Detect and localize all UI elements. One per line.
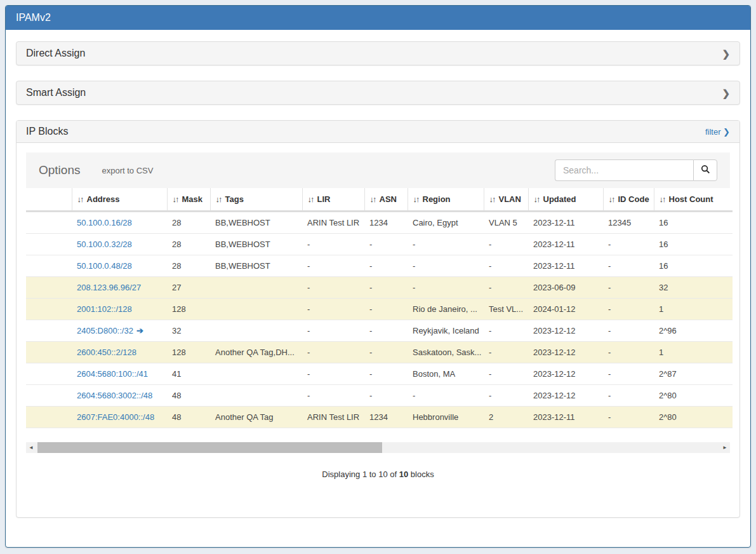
sort-icon: ↓↑ <box>609 194 614 204</box>
cell-id-code: - <box>603 277 654 299</box>
cell-region: Rio de Janeiro, ... <box>408 299 484 320</box>
column-label: Mask <box>182 194 203 204</box>
cell-asn: - <box>364 320 408 342</box>
ip-blocks-table: ↓↑Address↓↑Mask↓↑Tags↓↑LIR↓↑ASN↓↑Region↓… <box>26 188 733 428</box>
cell-address: 208.123.96.96/27 <box>72 277 167 299</box>
cell-updated: 2023-12-11 <box>528 407 603 428</box>
app-title: IPAMv2 <box>6 6 750 30</box>
direct-assign-panel[interactable]: Direct Assign ❯ <box>16 41 740 65</box>
column-header-empty <box>26 188 72 212</box>
sort-icon: ↓↑ <box>489 194 495 204</box>
address-link[interactable]: 50.100.0.48/28 <box>77 261 132 271</box>
cell-address: 50.100.0.32/28 <box>72 234 167 255</box>
cell-tags <box>210 363 302 385</box>
column-label: Host Count <box>669 194 713 204</box>
column-header-updated[interactable]: ↓↑Updated <box>528 188 603 212</box>
address-link[interactable]: 208.123.96.96/27 <box>77 283 141 292</box>
table-row: 2001:102::/128128--Rio de Janeiro, ...Te… <box>26 299 733 320</box>
sort-icon: ↓↑ <box>660 194 665 204</box>
filter-link[interactable]: filter ❯ <box>705 127 730 137</box>
column-label: ID Code <box>618 194 649 204</box>
sort-icon: ↓↑ <box>413 194 419 204</box>
table-row: 2600:450::2/128128Another QA Tag,DH...--… <box>26 342 733 363</box>
scrollbar-thumb[interactable] <box>37 442 382 453</box>
cell-asn: - <box>364 342 408 363</box>
cell-id-code: 12345 <box>603 212 654 234</box>
address-link[interactable]: 2405:D800::/32 <box>77 326 133 335</box>
smart-assign-label: Smart Assign <box>26 87 86 98</box>
cell-vlan: VLAN 5 <box>484 212 528 234</box>
cell-vlan: - <box>484 255 528 277</box>
column-header-vlan[interactable]: ↓↑VLAN <box>484 188 528 212</box>
address-link[interactable]: 2604:5680:3002::/48 <box>77 391 152 400</box>
search-button[interactable] <box>693 159 717 181</box>
cell-lir: - <box>302 342 364 363</box>
cell-lir: - <box>302 255 364 277</box>
address-link[interactable]: 2607:FAE0:4000::/48 <box>77 412 154 422</box>
cell-tags: BB,WEBHOST <box>210 212 302 234</box>
cell-asn: - <box>364 363 408 385</box>
cell-mask: 32 <box>167 320 210 342</box>
cell-indent <box>26 255 72 277</box>
smart-assign-panel[interactable]: Smart Assign ❯ <box>16 81 740 105</box>
cell-indent <box>26 385 72 407</box>
cell-updated: 2023-06-09 <box>528 277 603 299</box>
chevron-right-icon: ❯ <box>723 127 730 137</box>
cell-host-count: 16 <box>654 234 733 255</box>
column-header-lir[interactable]: ↓↑LIR <box>302 188 364 212</box>
sort-icon: ↓↑ <box>308 194 314 204</box>
cell-indent <box>26 320 72 342</box>
chevron-right-icon: ❯ <box>722 49 730 58</box>
table-header-row: ↓↑Address↓↑Mask↓↑Tags↓↑LIR↓↑ASN↓↑Region↓… <box>26 188 733 212</box>
cell-tags: Another QA Tag <box>210 407 302 428</box>
address-link[interactable]: 50.100.0.16/28 <box>77 218 132 227</box>
address-link[interactable]: 2001:102::/128 <box>77 304 132 314</box>
cell-region: - <box>408 234 484 255</box>
scroll-left-icon[interactable]: ◄ <box>26 442 36 453</box>
table-row: 2607:FAE0:4000::/4848Another QA TagARIN … <box>26 407 733 428</box>
cell-mask: 28 <box>167 234 210 255</box>
search-input[interactable] <box>555 159 693 181</box>
cell-id-code: - <box>603 320 654 342</box>
column-header-tags[interactable]: ↓↑Tags <box>210 188 302 212</box>
cell-address: 2600:450::2/128 <box>72 342 167 363</box>
address-link[interactable]: 2604:5680:100::/41 <box>77 369 148 379</box>
table-row: 50.100.0.48/2828BB,WEBHOST----2023-12-11… <box>26 255 733 277</box>
sort-icon: ↓↑ <box>77 194 83 204</box>
cell-updated: 2023-12-12 <box>528 363 603 385</box>
cell-host-count: 2^80 <box>654 407 733 428</box>
address-link[interactable]: 2600:450::2/128 <box>77 348 136 357</box>
cell-vlan: Test VL... <box>484 299 528 320</box>
cell-id-code: - <box>603 363 654 385</box>
cell-address: 50.100.0.48/28 <box>72 255 167 277</box>
cell-asn: - <box>364 385 408 407</box>
column-header-host-count[interactable]: ↓↑Host Count <box>654 188 733 212</box>
scroll-right-icon[interactable]: ► <box>720 442 730 453</box>
cell-indent <box>26 212 72 234</box>
cell-tags: BB,WEBHOST <box>210 234 302 255</box>
address-link[interactable]: 50.100.0.32/28 <box>77 240 132 249</box>
cell-region: Hebbronville <box>408 407 484 428</box>
column-header-mask[interactable]: ↓↑Mask <box>167 188 210 212</box>
column-header-address[interactable]: ↓↑Address <box>72 188 167 212</box>
column-header-region[interactable]: ↓↑Region <box>408 188 484 212</box>
cell-asn: 1234 <box>364 212 408 234</box>
options-title: Options <box>39 163 80 177</box>
export-csv-link[interactable]: export to CSV <box>102 166 153 175</box>
cell-updated: 2023-12-11 <box>528 212 603 234</box>
cell-lir: ARIN Test LIR <box>302 407 364 428</box>
cell-vlan: - <box>484 342 528 363</box>
column-label: Region <box>423 194 451 204</box>
cell-address: 50.100.0.16/28 <box>72 212 167 234</box>
cell-indent <box>26 234 72 255</box>
cell-mask: 48 <box>167 385 210 407</box>
cell-tags: Another QA Tag,DH... <box>210 342 302 363</box>
cell-host-count: 2^96 <box>654 320 733 342</box>
horizontal-scrollbar[interactable]: ◄ ► <box>26 442 730 453</box>
cell-lir: - <box>302 299 364 320</box>
column-header-asn[interactable]: ↓↑ASN <box>364 188 408 212</box>
cell-host-count: 16 <box>654 212 733 234</box>
cell-host-count: 16 <box>654 255 733 277</box>
column-header-id-code[interactable]: ↓↑ID Code <box>603 188 654 212</box>
table-row: 50.100.0.16/2828BB,WEBHOSTARIN Test LIR1… <box>26 212 733 234</box>
